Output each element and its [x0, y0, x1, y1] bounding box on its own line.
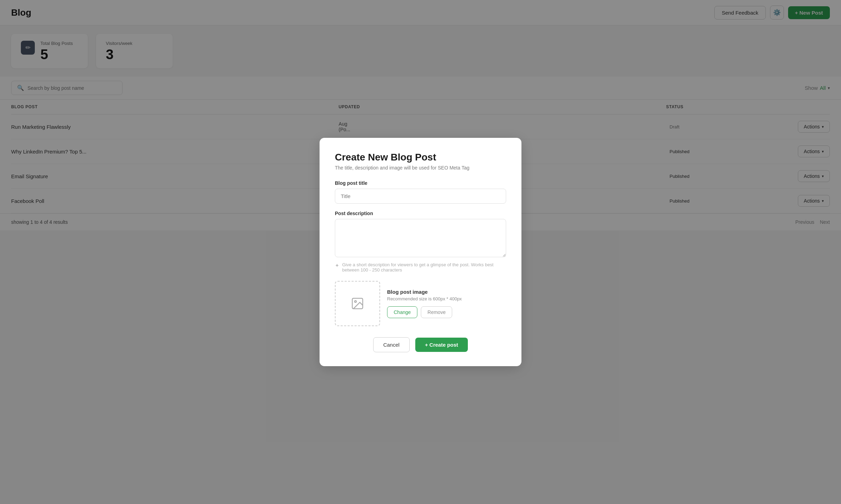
hint-icon: ✦: [335, 262, 339, 269]
remove-image-button[interactable]: Remove: [421, 306, 452, 318]
description-hint: ✦ Give a short description for viewers t…: [335, 262, 506, 273]
image-info: Blog post image Recommended size is 600p…: [387, 289, 462, 318]
image-placeholder: [335, 281, 380, 326]
create-post-button[interactable]: + Create post: [415, 338, 468, 352]
modal-subtitle: The title, description and image will be…: [335, 165, 506, 171]
image-section: Blog post image Recommended size is 600p…: [335, 281, 506, 326]
svg-point-1: [355, 301, 356, 302]
blog-post-description-textarea[interactable]: [335, 219, 506, 257]
description-label: Post description: [335, 211, 506, 216]
hint-text: Give a short description for viewers to …: [342, 262, 506, 273]
blog-post-title-input[interactable]: [335, 189, 506, 204]
create-blog-post-modal: Create New Blog Post The title, descript…: [320, 138, 521, 366]
title-label: Blog post title: [335, 180, 506, 186]
image-recommendation: Recommended size is 600px * 400px: [387, 296, 462, 301]
modal-title: Create New Blog Post: [335, 152, 506, 163]
modal-footer: Cancel + Create post: [335, 337, 506, 352]
image-buttons: Change Remove: [387, 306, 462, 318]
cancel-button[interactable]: Cancel: [373, 337, 410, 352]
image-title: Blog post image: [387, 289, 462, 295]
change-image-button[interactable]: Change: [387, 306, 417, 318]
modal-overlay: Create New Blog Post The title, descript…: [0, 0, 841, 504]
